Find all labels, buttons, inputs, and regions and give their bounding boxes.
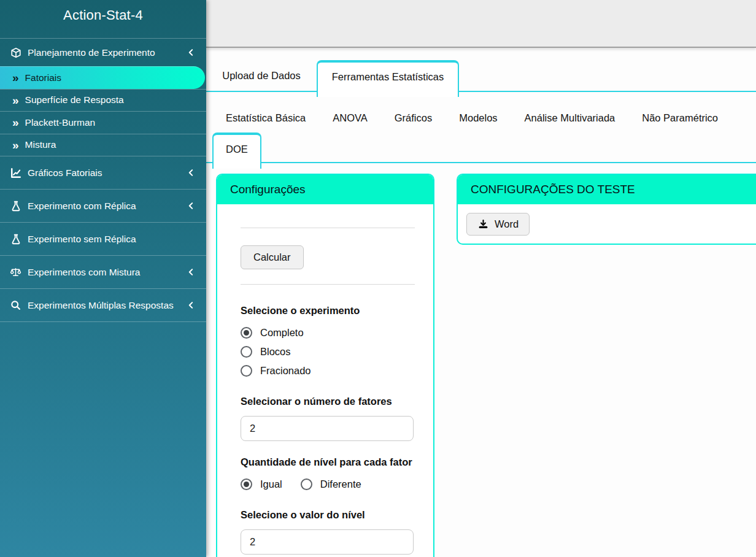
cube-icon bbox=[10, 47, 21, 58]
sidebar-item-fatoriais[interactable]: » Fatoriais bbox=[0, 66, 205, 89]
tab-upload-de-dados[interactable]: Upload de Dados bbox=[206, 60, 317, 91]
experiment-radio-group: Completo Blocos Fracionado bbox=[241, 323, 415, 380]
tabbar-baseline bbox=[206, 162, 756, 163]
double-chevron-icon: » bbox=[12, 94, 19, 106]
radio-label: Fracionado bbox=[260, 365, 311, 377]
sidebar-item-experimento-sem-replica[interactable]: Experimento sem Réplica bbox=[0, 222, 206, 255]
search-icon bbox=[10, 299, 21, 311]
factors-field-label: Selecionar o número de fatores bbox=[241, 394, 415, 409]
sidebar-item-label: Planejamento de Experimento bbox=[28, 47, 155, 58]
radio-option-completo[interactable]: Completo bbox=[241, 323, 415, 342]
tab-label: Não Paramétrico bbox=[642, 112, 718, 124]
sidebar-item-label: Fatoriais bbox=[25, 72, 61, 83]
tab-label: Modelos bbox=[459, 112, 497, 124]
tab-label: Upload de Dados bbox=[222, 70, 301, 82]
radio-option-igual[interactable]: Igual bbox=[241, 475, 282, 494]
divider bbox=[241, 284, 415, 285]
flask-icon bbox=[10, 200, 21, 212]
chevron-left-icon bbox=[185, 266, 196, 278]
tab-modelos[interactable]: Modelos bbox=[446, 106, 511, 130]
sidebar-item-label: Experimentos Múltiplas Respostas bbox=[28, 300, 174, 311]
levels-mode-radio-group: Igual Diferente bbox=[241, 475, 415, 494]
word-export-button[interactable]: Word bbox=[466, 213, 530, 236]
calcular-button[interactable]: Calcular bbox=[241, 245, 304, 269]
sidebar-item-experimentos-com-mistura[interactable]: Experimentos com Mistura bbox=[0, 255, 206, 288]
level-value-input[interactable] bbox=[241, 529, 414, 555]
sidebar-item-graficos-fatoriais[interactable]: Gráficos Fatoriais bbox=[0, 156, 206, 189]
sidebar: Action-Stat-4 Planejamento de Experiment… bbox=[0, 0, 206, 557]
primary-tabbar: Upload de Dados Ferramentas Estatísticas bbox=[206, 60, 756, 97]
radio-label: Diferente bbox=[320, 478, 361, 490]
tab-label: ANOVA bbox=[333, 112, 368, 124]
radio-option-diferente[interactable]: Diferente bbox=[301, 475, 361, 494]
configuracoes-do-teste-header: CONFIGURAÇÕES DO TESTE bbox=[458, 175, 756, 204]
tab-doe[interactable]: DOE bbox=[212, 133, 261, 169]
tab-label: Ferramentas Estatísticas bbox=[332, 71, 444, 83]
sidebar-item-label: Mistura bbox=[25, 139, 56, 150]
configuracoes-panel: Configurações Calcular Selecione o exper… bbox=[216, 174, 434, 557]
levels-mode-label: Quantidade de nível para cada fator bbox=[241, 455, 415, 470]
divider bbox=[241, 228, 415, 228]
panels-row: Configurações Calcular Selecione o exper… bbox=[206, 174, 756, 557]
sidebar-item-label: Experimento sem Réplica bbox=[28, 234, 136, 245]
tab-nao-parametrico[interactable]: Não Paramétrico bbox=[628, 106, 731, 130]
word-button-label: Word bbox=[495, 218, 519, 230]
configuracoes-do-teste-body: Word bbox=[458, 204, 756, 244]
sidebar-item-label: Superfície de Resposta bbox=[25, 94, 124, 106]
chevron-left-icon bbox=[185, 200, 196, 212]
sidebar-item-planejamento[interactable]: Planejamento de Experimento bbox=[0, 38, 206, 66]
tab-label: Análise Multivariada bbox=[525, 112, 615, 124]
radio-button[interactable] bbox=[241, 365, 252, 377]
tab-anova[interactable]: ANOVA bbox=[319, 106, 381, 130]
double-chevron-icon: » bbox=[12, 117, 19, 128]
sidebar-item-superficie-de-resposta[interactable]: » Superfície de Resposta bbox=[0, 89, 206, 112]
tab-estatistica-basica[interactable]: Estatística Básica bbox=[212, 106, 319, 130]
tab-ferramentas-estatisticas[interactable]: Ferramentas Estatísticas bbox=[317, 60, 459, 97]
radio-button[interactable] bbox=[301, 478, 312, 490]
double-chevron-icon: » bbox=[12, 139, 19, 151]
tab-label: DOE bbox=[226, 144, 248, 155]
panel-title: Configurações bbox=[230, 183, 306, 196]
tab-analise-multivariada[interactable]: Análise Multivariada bbox=[511, 106, 629, 130]
app-title: Action-Stat-4 bbox=[0, 0, 206, 38]
sidebar-item-experimentos-multiplas-respostas[interactable]: Experimentos Múltiplas Respostas bbox=[0, 288, 206, 321]
experiment-group-label: Selecione o experimento bbox=[241, 303, 415, 318]
secondary-tabbar: Estatística Básica ANOVA Gráficos Modelo… bbox=[206, 106, 756, 130]
tabbar-baseline bbox=[206, 91, 756, 92]
tab-graficos[interactable]: Gráficos bbox=[381, 106, 446, 130]
sidebar-item-label: Experimentos com Mistura bbox=[28, 267, 140, 278]
chevron-left-icon bbox=[185, 47, 196, 58]
line-chart-icon bbox=[10, 167, 21, 179]
configuracoes-panel-header: Configurações bbox=[217, 175, 433, 204]
level-value-label: Selecione o valor do nível bbox=[241, 507, 415, 523]
configuracoes-do-teste-panel: CONFIGURAÇÕES DO TESTE Word bbox=[457, 174, 756, 245]
sidebar-divider bbox=[0, 321, 206, 322]
balance-scale-icon bbox=[10, 266, 21, 278]
sidebar-item-label: Experimento com Réplica bbox=[28, 201, 136, 212]
tab-label: Gráficos bbox=[395, 112, 432, 124]
radio-button[interactable] bbox=[241, 327, 252, 339]
radio-button[interactable] bbox=[241, 346, 252, 358]
configuracoes-panel-body: Calcular Selecione o experimento Complet… bbox=[217, 228, 433, 555]
factors-input[interactable] bbox=[241, 416, 414, 441]
sidebar-item-plackett-burman[interactable]: » Plackett-Burman bbox=[0, 111, 206, 134]
radio-label: Igual bbox=[260, 478, 282, 490]
tab-label: Estatística Básica bbox=[226, 112, 306, 124]
top-header-bar bbox=[206, 0, 756, 48]
radio-button[interactable] bbox=[241, 478, 252, 490]
main-content: Upload de Dados Ferramentas Estatísticas… bbox=[206, 0, 756, 557]
sidebar-item-label: Gráficos Fatoriais bbox=[28, 167, 102, 179]
sidebar-item-label: Plackett-Burman bbox=[25, 117, 96, 128]
radio-label: Completo bbox=[260, 327, 304, 339]
chevron-left-icon bbox=[185, 167, 196, 179]
chevron-left-icon bbox=[185, 299, 196, 311]
secondary-tabbar-row2: DOE bbox=[206, 133, 756, 169]
panel-title: CONFIGURAÇÕES DO TESTE bbox=[471, 183, 635, 196]
double-chevron-icon: » bbox=[12, 72, 19, 83]
radio-label: Blocos bbox=[260, 346, 291, 358]
radio-option-blocos[interactable]: Blocos bbox=[241, 342, 415, 361]
sidebar-item-mistura[interactable]: » Mistura bbox=[0, 134, 206, 156]
sidebar-item-experimento-com-replica[interactable]: Experimento com Réplica bbox=[0, 189, 206, 222]
download-icon bbox=[477, 218, 489, 230]
radio-option-fracionado[interactable]: Fracionado bbox=[241, 361, 415, 380]
